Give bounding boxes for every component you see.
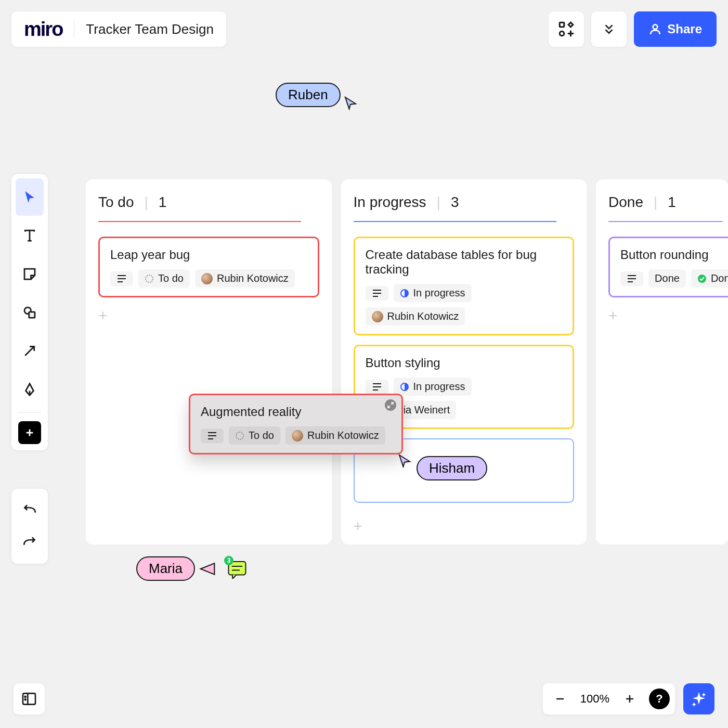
column-underline (608, 221, 723, 222)
card-tags: In progress Rubin Kotowicz (366, 284, 563, 326)
redo-button[interactable] (16, 526, 44, 558)
card-tags: Done Don (620, 269, 728, 288)
half-circle-icon (400, 289, 409, 298)
check-circle-icon (697, 274, 707, 283)
card[interactable]: Button rounding Done Don (608, 237, 728, 297)
cursor-hisham: Hisham (397, 452, 487, 484)
lines-icon (372, 289, 382, 297)
tag-status[interactable]: Done (648, 269, 686, 288)
tool-sticky[interactable] (16, 255, 44, 293)
tag-assignee[interactable]: Rubin Kotowicz (285, 426, 385, 445)
expand-icon (387, 402, 394, 408)
add-card-button[interactable]: + (98, 307, 319, 324)
assignee-label: Rubin Kotowicz (307, 430, 379, 441)
comment-bubble[interactable]: 3 (227, 559, 247, 579)
tool-shape[interactable] (16, 294, 44, 331)
tool-pen[interactable] (16, 371, 44, 408)
tool-add[interactable] (18, 421, 41, 444)
person-icon (648, 22, 662, 36)
undo-button[interactable] (16, 494, 44, 526)
tag-description[interactable] (620, 271, 643, 286)
svg-rect-0 (560, 22, 565, 27)
tag-description[interactable] (201, 428, 224, 443)
share-button[interactable]: Share (634, 11, 717, 47)
panels-button[interactable] (14, 683, 45, 714)
cursor-pointer-icon (199, 562, 216, 576)
plus-icon (24, 427, 35, 438)
column-done[interactable]: Done | 1 Button rounding Done Don + (596, 179, 728, 544)
lines-icon (627, 275, 637, 283)
collapse-button[interactable] (591, 11, 627, 47)
plus-icon (624, 693, 635, 705)
dragging-card[interactable]: Augmented reality To do Rubin Kotowicz (189, 394, 403, 454)
cursor-pointer-icon (397, 452, 412, 468)
zoom-value[interactable]: 100% (576, 692, 614, 706)
kanban-board: To do | 1 Leap year bug To do Rubin Koto… (86, 179, 728, 544)
cursor-pointer-icon (343, 95, 358, 110)
column-title: To do (98, 194, 134, 211)
tag-status[interactable]: In progress (394, 284, 472, 302)
lines-icon (207, 432, 217, 440)
svg-point-9 (236, 432, 243, 439)
header-divider (74, 20, 74, 38)
panels-icon (21, 691, 37, 707)
assignee-label: Rubin Kotowicz (217, 272, 289, 284)
pen-icon (22, 382, 37, 397)
avatar (372, 311, 383, 322)
column-underline (98, 221, 301, 222)
apps-button[interactable] (549, 11, 584, 47)
tag-status[interactable]: To do (229, 426, 280, 445)
logo[interactable]: miro (24, 18, 62, 41)
expand-button[interactable] (385, 399, 396, 411)
arrow-icon (22, 343, 37, 359)
question-icon: ? (656, 692, 662, 706)
minus-icon (554, 693, 566, 705)
sparkle-icon (691, 691, 707, 707)
redo-icon (22, 536, 37, 549)
card[interactable]: Create database tables for bug tracking … (354, 237, 575, 335)
tool-select[interactable] (16, 178, 44, 216)
tag-assignee[interactable]: Rubin Kotowicz (195, 269, 295, 288)
add-card-button[interactable]: + (354, 517, 363, 535)
lines-icon (116, 275, 127, 283)
tag-description[interactable] (110, 271, 133, 286)
zoom-in-button[interactable] (618, 687, 642, 711)
tag-status[interactable]: To do (138, 269, 190, 288)
column-todo[interactable]: To do | 1 Leap year bug To do Rubin Koto… (86, 179, 332, 544)
shape-icon (22, 305, 37, 320)
tool-text[interactable] (16, 217, 44, 254)
column-inprogress[interactable]: In progress | 3 Create database tables f… (341, 179, 587, 544)
svg-point-1 (560, 31, 565, 36)
card-title: Leap year bug (110, 248, 307, 262)
tag-done[interactable]: Don (691, 269, 728, 288)
avatar (292, 430, 303, 441)
svg-rect-4 (29, 312, 35, 318)
cursor-ruben: Ruben (276, 79, 358, 110)
svg-point-13 (25, 699, 26, 700)
header-left: miro Tracker Team Design (11, 11, 226, 47)
avatar (201, 273, 213, 284)
column-underline (354, 221, 556, 222)
cursor-pill: Maria (136, 556, 195, 581)
zoom-out-button[interactable] (548, 687, 572, 711)
text-icon (22, 228, 37, 243)
tool-arrow[interactable] (16, 332, 44, 370)
assignee-label: Rubin Kotowicz (387, 310, 459, 322)
card-title: Button styling (366, 356, 563, 370)
card[interactable]: Leap year bug To do Rubin Kotowicz (98, 237, 319, 297)
column-count: 3 (451, 194, 459, 211)
dashed-circle-icon (235, 431, 244, 440)
left-toolbar (11, 174, 48, 450)
status-label: To do (249, 430, 274, 441)
ai-button[interactable] (683, 683, 714, 714)
board-title[interactable]: Tracker Team Design (86, 21, 214, 37)
tag-description[interactable] (366, 380, 388, 394)
help-button[interactable]: ? (649, 688, 670, 709)
tag-assignee[interactable]: Rubin Kotowicz (366, 307, 465, 326)
add-card-button[interactable]: + (608, 307, 716, 324)
tag-status[interactable]: In progress (394, 378, 472, 396)
tag-description[interactable] (366, 286, 388, 301)
undo-redo-panel (11, 489, 48, 564)
status-label: Done (655, 272, 680, 284)
card-tags: To do Rubin Kotowicz (201, 426, 391, 445)
